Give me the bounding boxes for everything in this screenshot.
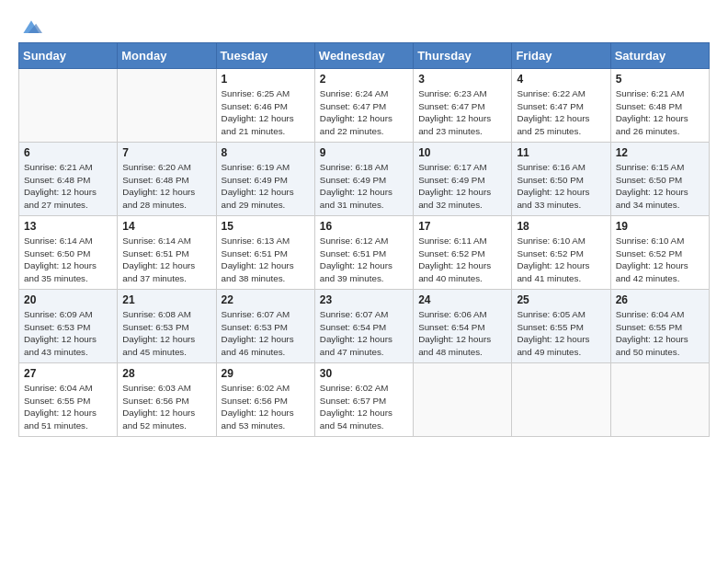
day-info: Sunrise: 6:24 AMSunset: 6:47 PMDaylight:… <box>320 87 408 138</box>
calendar-day-cell: 22Sunrise: 6:07 AMSunset: 6:53 PMDayligh… <box>216 290 314 363</box>
day-number: 25 <box>517 293 605 306</box>
day-info: Sunrise: 6:10 AMSunset: 6:52 PMDaylight:… <box>616 235 704 285</box>
day-info: Sunrise: 6:05 AMSunset: 6:55 PMDaylight:… <box>517 308 605 359</box>
day-number: 14 <box>122 220 210 233</box>
calendar-day-header: Tuesday <box>216 43 314 69</box>
calendar-day-header: Thursday <box>414 43 512 69</box>
day-number: 5 <box>616 73 704 86</box>
day-info: Sunrise: 6:16 AMSunset: 6:50 PMDaylight:… <box>517 161 605 212</box>
day-number: 13 <box>24 220 112 233</box>
day-number: 27 <box>24 367 112 380</box>
day-number: 1 <box>222 73 310 86</box>
day-info: Sunrise: 6:06 AMSunset: 6:54 PMDaylight:… <box>418 308 506 359</box>
calendar-day-cell: 11Sunrise: 6:16 AMSunset: 6:50 PMDayligh… <box>512 143 610 216</box>
day-number: 8 <box>222 146 310 159</box>
calendar-day-cell <box>414 363 512 437</box>
day-info: Sunrise: 6:08 AMSunset: 6:53 PMDaylight:… <box>122 308 210 359</box>
calendar-day-cell: 23Sunrise: 6:07 AMSunset: 6:54 PMDayligh… <box>314 290 413 363</box>
calendar-week-row: 27Sunrise: 6:04 AMSunset: 6:55 PMDayligh… <box>19 363 710 437</box>
day-info: Sunrise: 6:11 AMSunset: 6:52 PMDaylight:… <box>418 235 506 285</box>
day-info: Sunrise: 6:02 AMSunset: 6:56 PMDaylight:… <box>222 382 310 432</box>
day-info: Sunrise: 6:04 AMSunset: 6:55 PMDaylight:… <box>616 308 704 359</box>
day-number: 24 <box>418 293 506 306</box>
calendar-day-header: Friday <box>512 43 610 69</box>
calendar-day-cell: 28Sunrise: 6:03 AMSunset: 6:56 PMDayligh… <box>118 363 216 437</box>
calendar-day-cell: 3Sunrise: 6:23 AMSunset: 6:47 PMDaylight… <box>414 69 512 143</box>
day-info: Sunrise: 6:10 AMSunset: 6:52 PMDaylight:… <box>517 235 605 285</box>
day-info: Sunrise: 6:12 AMSunset: 6:51 PMDaylight:… <box>320 235 408 285</box>
day-info: Sunrise: 6:14 AMSunset: 6:50 PMDaylight:… <box>24 235 112 285</box>
calendar-week-row: 1Sunrise: 6:25 AMSunset: 6:46 PMDaylight… <box>19 69 710 143</box>
calendar-day-cell <box>610 363 709 437</box>
day-number: 18 <box>517 220 605 233</box>
calendar-day-cell: 30Sunrise: 6:02 AMSunset: 6:57 PMDayligh… <box>314 363 413 437</box>
calendar-day-cell <box>118 69 216 143</box>
calendar-day-cell: 1Sunrise: 6:25 AMSunset: 6:46 PMDaylight… <box>216 69 314 143</box>
calendar-day-cell: 15Sunrise: 6:13 AMSunset: 6:51 PMDayligh… <box>216 216 314 290</box>
day-number: 30 <box>320 367 408 380</box>
day-number: 17 <box>418 220 506 233</box>
day-info: Sunrise: 6:15 AMSunset: 6:50 PMDaylight:… <box>616 161 704 212</box>
day-number: 15 <box>222 220 310 233</box>
calendar-day-cell: 4Sunrise: 6:22 AMSunset: 6:47 PMDaylight… <box>512 69 610 143</box>
calendar-day-header: Sunday <box>19 43 118 69</box>
day-info: Sunrise: 6:22 AMSunset: 6:47 PMDaylight:… <box>517 87 605 138</box>
day-info: Sunrise: 6:18 AMSunset: 6:49 PMDaylight:… <box>320 161 408 212</box>
calendar-day-cell: 9Sunrise: 6:18 AMSunset: 6:49 PMDaylight… <box>314 143 413 216</box>
calendar-day-cell: 13Sunrise: 6:14 AMSunset: 6:50 PMDayligh… <box>19 216 118 290</box>
calendar-day-cell: 21Sunrise: 6:08 AMSunset: 6:53 PMDayligh… <box>118 290 216 363</box>
calendar-day-cell: 20Sunrise: 6:09 AMSunset: 6:53 PMDayligh… <box>19 290 118 363</box>
calendar-week-row: 6Sunrise: 6:21 AMSunset: 6:48 PMDaylight… <box>19 143 710 216</box>
day-number: 29 <box>222 367 310 380</box>
calendar-day-cell: 19Sunrise: 6:10 AMSunset: 6:52 PMDayligh… <box>610 216 709 290</box>
day-number: 2 <box>320 73 408 86</box>
day-number: 19 <box>616 220 704 233</box>
calendar-day-cell: 26Sunrise: 6:04 AMSunset: 6:55 PMDayligh… <box>610 290 709 363</box>
calendar-day-header: Saturday <box>610 43 709 69</box>
day-number: 20 <box>24 293 112 306</box>
calendar-day-header: Monday <box>118 43 216 69</box>
calendar-table: SundayMondayTuesdayWednesdayThursdayFrid… <box>18 42 710 437</box>
calendar-day-cell <box>512 363 610 437</box>
calendar-day-cell: 17Sunrise: 6:11 AMSunset: 6:52 PMDayligh… <box>414 216 512 290</box>
logo <box>18 18 42 33</box>
calendar-day-cell: 12Sunrise: 6:15 AMSunset: 6:50 PMDayligh… <box>610 143 709 216</box>
day-info: Sunrise: 6:20 AMSunset: 6:48 PMDaylight:… <box>122 161 210 212</box>
calendar-day-cell: 18Sunrise: 6:10 AMSunset: 6:52 PMDayligh… <box>512 216 610 290</box>
calendar-day-cell: 5Sunrise: 6:21 AMSunset: 6:48 PMDaylight… <box>610 69 709 143</box>
day-info: Sunrise: 6:07 AMSunset: 6:53 PMDaylight:… <box>222 308 310 359</box>
day-number: 23 <box>320 293 408 306</box>
day-number: 7 <box>122 146 210 159</box>
calendar-day-cell: 16Sunrise: 6:12 AMSunset: 6:51 PMDayligh… <box>314 216 413 290</box>
day-info: Sunrise: 6:02 AMSunset: 6:57 PMDaylight:… <box>320 382 408 432</box>
day-number: 4 <box>517 73 605 86</box>
day-number: 28 <box>122 367 210 380</box>
day-info: Sunrise: 6:25 AMSunset: 6:46 PMDaylight:… <box>222 87 310 138</box>
day-info: Sunrise: 6:21 AMSunset: 6:48 PMDaylight:… <box>24 161 112 212</box>
calendar-week-row: 13Sunrise: 6:14 AMSunset: 6:50 PMDayligh… <box>19 216 710 290</box>
calendar-day-cell: 7Sunrise: 6:20 AMSunset: 6:48 PMDaylight… <box>118 143 216 216</box>
day-info: Sunrise: 6:03 AMSunset: 6:56 PMDaylight:… <box>122 382 210 432</box>
calendar-day-cell: 6Sunrise: 6:21 AMSunset: 6:48 PMDaylight… <box>19 143 118 216</box>
calendar-day-cell: 10Sunrise: 6:17 AMSunset: 6:49 PMDayligh… <box>414 143 512 216</box>
header <box>18 18 710 33</box>
day-info: Sunrise: 6:07 AMSunset: 6:54 PMDaylight:… <box>320 308 408 359</box>
day-info: Sunrise: 6:17 AMSunset: 6:49 PMDaylight:… <box>418 161 506 212</box>
calendar-header-row: SundayMondayTuesdayWednesdayThursdayFrid… <box>19 43 710 69</box>
calendar-week-row: 20Sunrise: 6:09 AMSunset: 6:53 PMDayligh… <box>19 290 710 363</box>
day-number: 16 <box>320 220 408 233</box>
day-number: 10 <box>418 146 506 159</box>
calendar-day-cell: 29Sunrise: 6:02 AMSunset: 6:56 PMDayligh… <box>216 363 314 437</box>
day-info: Sunrise: 6:13 AMSunset: 6:51 PMDaylight:… <box>222 235 310 285</box>
day-info: Sunrise: 6:09 AMSunset: 6:53 PMDaylight:… <box>24 308 112 359</box>
day-number: 3 <box>418 73 506 86</box>
day-info: Sunrise: 6:23 AMSunset: 6:47 PMDaylight:… <box>418 87 506 138</box>
day-number: 21 <box>122 293 210 306</box>
calendar-day-cell: 24Sunrise: 6:06 AMSunset: 6:54 PMDayligh… <box>414 290 512 363</box>
day-number: 9 <box>320 146 408 159</box>
day-info: Sunrise: 6:04 AMSunset: 6:55 PMDaylight:… <box>24 382 112 432</box>
calendar-day-cell: 25Sunrise: 6:05 AMSunset: 6:55 PMDayligh… <box>512 290 610 363</box>
day-number: 12 <box>616 146 704 159</box>
day-info: Sunrise: 6:19 AMSunset: 6:49 PMDaylight:… <box>222 161 310 212</box>
logo-icon <box>20 18 42 37</box>
